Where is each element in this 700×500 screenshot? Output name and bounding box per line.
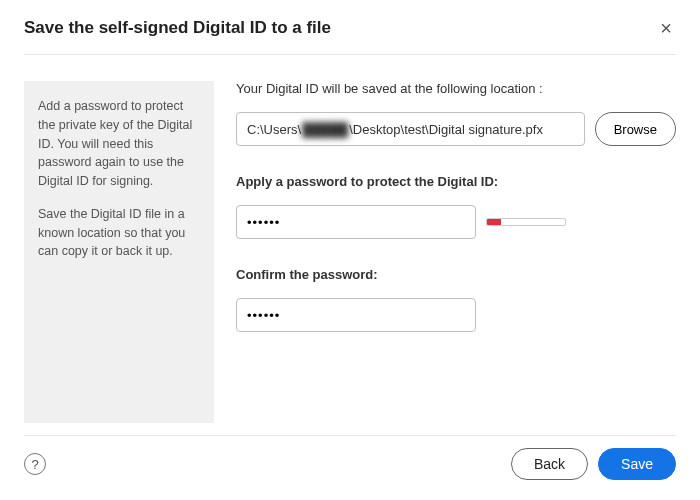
- location-row: C:\Users\ █████ \Desktop\test\Digital si…: [236, 112, 676, 146]
- password-input[interactable]: [236, 205, 476, 239]
- dialog-body: Add a password to protect the private ke…: [24, 55, 676, 435]
- save-button[interactable]: Save: [598, 448, 676, 480]
- file-path-input[interactable]: C:\Users\ █████ \Desktop\test\Digital si…: [236, 112, 585, 146]
- dialog-title: Save the self-signed Digital ID to a fil…: [24, 18, 331, 38]
- confirm-row: [236, 298, 676, 332]
- dialog-header: Save the self-signed Digital ID to a fil…: [24, 18, 676, 55]
- sidebar-info: Add a password to protect the private ke…: [24, 81, 214, 423]
- path-suffix: \Desktop\test\Digital signature.pfx: [349, 122, 543, 137]
- password-row: [236, 205, 676, 239]
- password-strength-fill: [487, 219, 501, 225]
- password-label: Apply a password to protect the Digital …: [236, 174, 676, 189]
- confirm-password-input[interactable]: [236, 298, 476, 332]
- password-strength-meter: [486, 218, 566, 226]
- back-button[interactable]: Back: [511, 448, 588, 480]
- close-button[interactable]: ×: [656, 18, 676, 38]
- confirm-password-label: Confirm the password:: [236, 267, 676, 282]
- browse-button[interactable]: Browse: [595, 112, 676, 146]
- path-redacted: █████: [302, 122, 348, 137]
- path-prefix: C:\Users\: [247, 122, 301, 137]
- dialog-footer: ? Back Save: [24, 435, 676, 480]
- help-button[interactable]: ?: [24, 453, 46, 475]
- sidebar-paragraph: Add a password to protect the private ke…: [38, 97, 200, 191]
- sidebar-paragraph: Save the Digital ID file in a known loca…: [38, 205, 200, 261]
- main-panel: Your Digital ID will be saved at the fol…: [236, 81, 676, 423]
- location-label: Your Digital ID will be saved at the fol…: [236, 81, 676, 96]
- digital-id-save-dialog: Save the self-signed Digital ID to a fil…: [0, 0, 700, 500]
